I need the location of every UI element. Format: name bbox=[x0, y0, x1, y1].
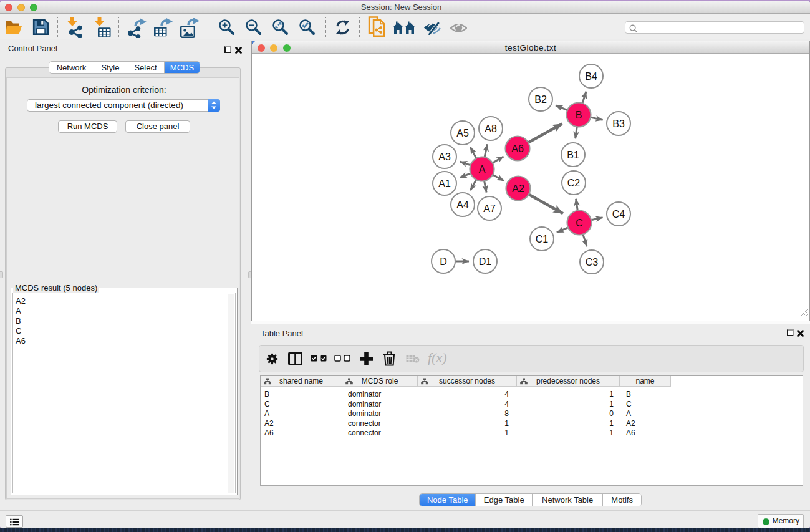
svg-text:A: A bbox=[479, 164, 486, 175]
svg-text:D1: D1 bbox=[479, 256, 492, 267]
svg-text:A2: A2 bbox=[512, 183, 524, 194]
svg-text:B4: B4 bbox=[585, 71, 597, 82]
svg-text:B: B bbox=[576, 110, 582, 120]
svg-text:A7: A7 bbox=[483, 203, 496, 214]
svg-text:B3: B3 bbox=[612, 118, 625, 129]
svg-text:A5: A5 bbox=[456, 128, 469, 138]
svg-text:B1: B1 bbox=[567, 150, 579, 160]
svg-text:A1: A1 bbox=[438, 178, 451, 189]
svg-text:D: D bbox=[440, 256, 447, 267]
svg-text:A6: A6 bbox=[511, 143, 524, 154]
svg-text:B2: B2 bbox=[534, 94, 547, 105]
svg-text:C2: C2 bbox=[567, 178, 581, 188]
svg-text:C4: C4 bbox=[612, 209, 625, 220]
svg-text:A4: A4 bbox=[456, 200, 469, 210]
svg-text:C3: C3 bbox=[586, 257, 599, 268]
svg-text:C: C bbox=[576, 218, 583, 228]
svg-text:A3: A3 bbox=[438, 152, 451, 162]
svg-text:A8: A8 bbox=[485, 123, 497, 134]
svg-text:C1: C1 bbox=[536, 234, 549, 244]
